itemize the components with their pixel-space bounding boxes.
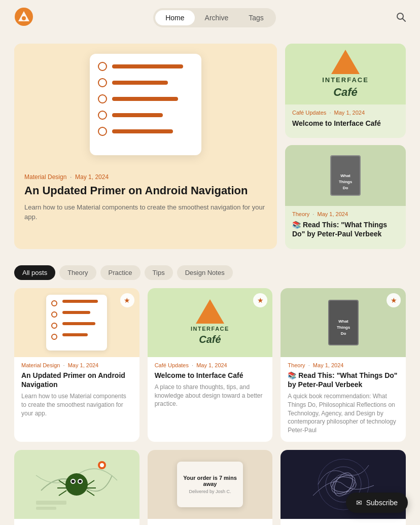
post-card-book[interactable]: What Things Do ★ Theory · May 1, 2024 📚 … xyxy=(281,288,406,442)
search-button[interactable] xyxy=(396,12,406,24)
logo[interactable] xyxy=(14,7,33,28)
hero-main-meta: Material Design · May 1, 2024 xyxy=(24,173,267,181)
book-grid-card-content: Theory · May 1, 2024 📚 Read This: "What … xyxy=(281,357,406,442)
sidebar-card-cafe[interactable]: INTERFACE Café Café Updates · May 1, 202… xyxy=(285,44,406,138)
book-grid-card-desc: A quick book recommendation: What Things… xyxy=(288,392,399,435)
svg-point-16 xyxy=(65,473,88,496)
android-card-content: Material Design · May 1, 2024 An Updated… xyxy=(14,357,139,425)
book-card-content: Theory · May 1, 2024 📚 Read This: "What … xyxy=(285,206,406,249)
sidebar-card-book[interactable]: What Things Do Theory · May 1, 2024 📚 Re… xyxy=(285,145,406,249)
svg-text:What: What xyxy=(338,319,348,324)
filter-practice[interactable]: Practice xyxy=(100,265,141,280)
cafe-card-meta: Café Updates · May 1, 2024 xyxy=(292,110,399,116)
cafe-grid-card-content: Café Updates · May 1, 2024 Welcome to In… xyxy=(148,357,273,416)
order-illustration: Your order is 7 mins away Delivered by J… xyxy=(177,462,243,507)
android-illustration xyxy=(90,54,201,155)
book-card-meta: Theory · May 1, 2024 xyxy=(292,211,399,217)
android-card-desc: Learn how to use Material components to … xyxy=(21,392,132,417)
book-card-title: 📚 Read This: "What Things Do" by Peter-P… xyxy=(292,220,399,238)
svg-point-19 xyxy=(72,480,75,483)
bookmark-book[interactable]: ★ xyxy=(387,293,401,307)
post-card-order[interactable]: Your order is 7 mins away Delivered by J… xyxy=(148,450,273,525)
svg-point-2 xyxy=(22,16,26,20)
cafe-card-title: Welcome to Interface Café xyxy=(292,119,399,128)
post-card-android[interactable]: ★ Material Design · May 1, 2024 An Updat… xyxy=(14,288,139,442)
order-card-content: Type Design · May 1, 2024 xyxy=(148,519,273,525)
map-illustration xyxy=(31,450,122,519)
svg-text:Things: Things xyxy=(337,325,351,330)
svg-rect-29 xyxy=(36,501,66,505)
hero-main-content: Material Design · May 1, 2024 An Updated… xyxy=(14,165,277,230)
post-card-map[interactable]: Practice · May 1, 2024 xyxy=(14,450,139,525)
svg-line-4 xyxy=(403,19,405,21)
post-card-cafe[interactable]: INTERFACE Café ★ Café Updates · May 1, 2… xyxy=(148,288,273,442)
filter-theory[interactable]: Theory xyxy=(59,265,96,280)
android-card-title: An Updated Primer on Android Navigation xyxy=(21,371,132,389)
book-grid-illustration: What Things Do xyxy=(323,295,364,351)
order-card-image: Your order is 7 mins away Delivered by J… xyxy=(148,450,273,519)
bookmark-cafe[interactable]: ★ xyxy=(253,293,267,307)
android-card-meta: Material Design · May 1, 2024 xyxy=(21,362,132,368)
nav-home[interactable]: Home xyxy=(155,10,194,25)
nav-archive[interactable]: Archive xyxy=(195,10,239,25)
filter-all-posts[interactable]: All posts xyxy=(14,265,55,280)
hero-sidebar: INTERFACE Café Café Updates · May 1, 202… xyxy=(285,44,406,249)
subscribe-button[interactable]: ✉ Subscribe xyxy=(346,493,408,513)
header: Home Archive Tags xyxy=(0,0,420,36)
cafe-grid-card-title: Welcome to Interface Café xyxy=(155,371,266,380)
filter-bar: All posts Theory Practice Tips Design No… xyxy=(0,257,420,288)
map-card-image xyxy=(14,450,139,519)
hero-main-image xyxy=(14,44,277,165)
subscribe-icon: ✉ xyxy=(356,499,362,507)
svg-point-20 xyxy=(79,480,82,483)
svg-text:Do: Do xyxy=(340,331,346,336)
bookmark-android[interactable]: ★ xyxy=(120,293,134,307)
cafe-logo: INTERFACE Café xyxy=(322,50,369,99)
post-card-dark[interactable]: Theory · May 16, 2023 xyxy=(281,450,406,525)
book-card-image: What Things Do xyxy=(285,145,406,206)
svg-text:Do: Do xyxy=(343,186,348,190)
book-grid-card-meta: Theory · May 1, 2024 xyxy=(288,362,399,368)
hero-main-card[interactable]: Material Design · May 1, 2024 An Updated… xyxy=(14,44,277,249)
svg-text:What: What xyxy=(340,173,351,178)
main-nav: Home Archive Tags xyxy=(153,8,276,27)
svg-rect-30 xyxy=(36,507,56,510)
cafe-card-image: INTERFACE Café xyxy=(285,44,406,104)
hero-section: Material Design · May 1, 2024 An Updated… xyxy=(0,36,420,257)
dark-card-content: Theory · May 16, 2023 xyxy=(281,519,406,525)
svg-text:Things: Things xyxy=(339,180,353,184)
cafe-card-content: Café Updates · May 1, 2024 Welcome to In… xyxy=(285,104,406,138)
hero-main-desc: Learn how to use Material components to … xyxy=(24,202,267,222)
book-illustration: What Things Do xyxy=(320,148,371,203)
book-grid-card-title: 📚 Read This: "What Things Do" by Peter-P… xyxy=(288,371,399,389)
svg-point-28 xyxy=(100,463,104,467)
android-small-illustration xyxy=(46,295,107,351)
hero-main-title: An Updated Primer on Android Navigation xyxy=(24,184,267,198)
svg-point-3 xyxy=(397,13,403,19)
map-card-content: Practice · May 1, 2024 xyxy=(14,519,139,525)
nav-tags[interactable]: Tags xyxy=(238,10,274,25)
cafe-grid-logo: INTERFACE Café xyxy=(191,299,229,345)
subscribe-label: Subscribe xyxy=(366,499,398,507)
filter-design-notes[interactable]: Design Notes xyxy=(177,265,233,280)
cafe-grid-card-desc: A place to share thoughts, tips, and kno… xyxy=(155,383,266,408)
filter-tips[interactable]: Tips xyxy=(145,265,173,280)
cafe-grid-card-meta: Café Updates · May 1, 2024 xyxy=(155,362,266,368)
posts-grid: ★ Material Design · May 1, 2024 An Updat… xyxy=(0,288,420,525)
